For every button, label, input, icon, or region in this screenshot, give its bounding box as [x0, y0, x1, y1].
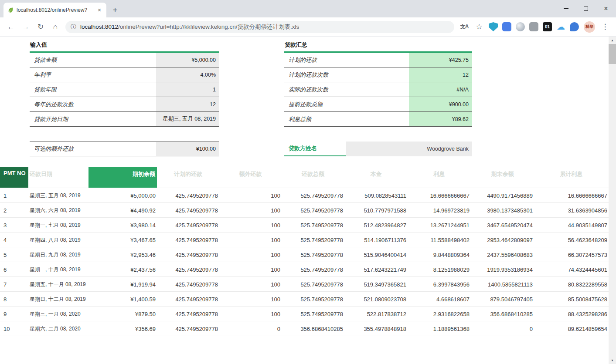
- cell-pmt-no: 8: [0, 292, 28, 306]
- browser-titlebar: localhost:8012/onlinePreview? × + ×: [0, 0, 616, 17]
- cell-extra-payment: 100: [219, 233, 282, 247]
- reload-button[interactable]: ↻: [34, 21, 47, 33]
- badge-extension-icon[interactable]: 01: [543, 22, 552, 31]
- profile-avatar[interactable]: 精华: [584, 21, 595, 33]
- back-button[interactable]: ←: [5, 21, 17, 33]
- extra-payment-row: 可选的额外还款 ¥100.00: [30, 142, 219, 156]
- tab-title: localhost:8012/onlinePreview?: [17, 7, 93, 13]
- home-button[interactable]: ⌂: [49, 21, 61, 33]
- table-row: 2 星期六, 六月 08, 2019 ¥4,490.92 425.7495209…: [0, 203, 609, 218]
- cell-ending-balance: 1400.5855821113: [471, 277, 534, 291]
- cell-beginning-balance: ¥3,980.14: [88, 218, 157, 232]
- scrollbar-thumb[interactable]: [609, 44, 616, 64]
- cell-interest: 14.969723819: [408, 203, 471, 217]
- scroll-down-icon[interactable]: ▼: [609, 357, 616, 364]
- address-bar[interactable]: ⓘ localhost:8012/onlinePreview?url=http:…: [65, 21, 454, 33]
- cell-beginning-balance: ¥2,437.56: [88, 262, 157, 276]
- page-info-icon[interactable]: ⓘ: [71, 23, 76, 31]
- cell-cumulative-interest: 85.5008475628: [534, 292, 609, 306]
- cell-principal: 509.0828543111: [344, 188, 408, 202]
- leaf-favicon-icon: [7, 7, 14, 13]
- scroll-up-icon[interactable]: ▲: [609, 37, 616, 44]
- header-beginning-balance: 期初余额: [88, 167, 157, 188]
- cloud-extension-icon[interactable]: ☁: [556, 22, 565, 31]
- cell-scheduled-payment: 425.7495209778: [157, 277, 219, 291]
- cell-interest: 8.1251988029: [408, 262, 471, 276]
- minimize-icon: [564, 8, 568, 9]
- row-label: 实际的还款次数: [284, 82, 409, 97]
- cell-ending-balance: 879.5046797405: [471, 292, 534, 306]
- spreadsheet: 输入值 贷款金额 ¥5,000.00 年利率 4.00%: [0, 37, 609, 364]
- row-value: ¥5,000.00: [156, 53, 219, 67]
- cell-payment-date: 星期三, 五月 08, 2019: [28, 188, 88, 202]
- cell-payment-date: 星期日, 十二月 08, 2019: [28, 292, 88, 306]
- lens-extension-icon[interactable]: [516, 22, 525, 31]
- url-text: localhost:8012/onlinePreview?url=http://…: [80, 23, 299, 31]
- header-scheduled-payment: 计划的还款: [157, 167, 219, 188]
- cell-payment-date: 星期日, 九月 08, 2019: [28, 247, 88, 262]
- row-label: 计划的还款次数: [284, 67, 409, 82]
- summary-panel: 贷款汇总 计划的还款 ¥425.75 计划的还款次数 12: [284, 40, 472, 156]
- translate-icon[interactable]: 文A: [458, 21, 470, 33]
- cell-cumulative-interest: 80.8322289558: [534, 277, 609, 291]
- gray-extension-icon[interactable]: [529, 22, 538, 31]
- table-row: 8 星期日, 十二月 08, 2019 ¥1,400.59 425.749520…: [0, 292, 609, 307]
- forward-button[interactable]: →: [20, 21, 32, 33]
- cell-total-payment: 525.7495209778: [282, 188, 344, 202]
- cell-total-payment: 525.7495209778: [282, 203, 344, 217]
- shield-extension-icon[interactable]: [489, 22, 498, 31]
- window-minimize-button[interactable]: [556, 0, 576, 17]
- cell-extra-payment: 100: [219, 307, 282, 321]
- row-label: 贷款金额: [30, 53, 156, 67]
- cell-principal: 512.4823964827: [344, 218, 408, 232]
- row-value: 12: [156, 97, 219, 111]
- bookmark-star-icon[interactable]: ☆: [473, 21, 485, 33]
- row-label: 年利率: [30, 67, 156, 82]
- summary-rows: 计划的还款 ¥425.75 计划的还款次数 12 实际的还款次数 #: [284, 53, 472, 127]
- window-maximize-button[interactable]: [576, 0, 596, 17]
- browser-tab[interactable]: localhost:8012/onlinePreview? ×: [3, 3, 106, 17]
- cell-cumulative-interest: 89.6214859654: [534, 321, 609, 336]
- window-controls: ×: [556, 0, 616, 17]
- tab-close-icon[interactable]: ×: [96, 7, 103, 13]
- cell-total-payment: 525.7495209778: [282, 307, 344, 321]
- cell-scheduled-payment: 425.7495209778: [157, 218, 219, 232]
- table-header-row: PMT NO 还款日期 期初余额 计划的还款 额外还款 还款总额 本金 利息 期…: [0, 167, 609, 188]
- lender-row: 贷款方姓名 Woodgrove Bank: [284, 142, 472, 156]
- blue-extension-icon[interactable]: [502, 22, 511, 31]
- cell-ending-balance: 356.6868410285: [471, 307, 534, 321]
- cell-total-payment: 525.7495209778: [282, 218, 344, 232]
- header-payment-date: 还款日期: [28, 167, 88, 188]
- maximize-icon: [584, 7, 588, 11]
- cell-total-payment: 356.6868410285: [282, 321, 344, 336]
- cell-total-payment: 525.7495209778: [282, 262, 344, 276]
- cell-total-payment: 525.7495209778: [282, 277, 344, 291]
- cell-total-payment: 525.7495209778: [282, 292, 344, 306]
- window-close-button[interactable]: ×: [596, 0, 616, 17]
- row-value: 1: [156, 82, 219, 97]
- cell-payment-date: 星期二, 十月 08, 2019: [28, 262, 88, 276]
- cell-scheduled-payment: 425.7495209778: [157, 262, 219, 276]
- row-value: 星期三, 五月 08, 2019: [156, 112, 219, 126]
- cell-principal: 522.817838712: [344, 307, 408, 321]
- lender-label: 贷款方姓名: [284, 142, 346, 156]
- summary-row: 提前还款总额 ¥900.00: [284, 97, 472, 112]
- vertical-scrollbar[interactable]: ▲ ▼: [609, 37, 616, 364]
- menu-icon[interactable]: ⋮: [599, 21, 611, 33]
- input-rows: 贷款金额 ¥5,000.00 年利率 4.00% 贷款年限 1: [30, 53, 219, 127]
- cell-pmt-no: 7: [0, 277, 28, 291]
- cell-principal: 514.1906711376: [344, 233, 408, 247]
- row-value: ¥100.00: [156, 142, 219, 156]
- cell-cumulative-interest: 31.6363904856: [534, 203, 609, 217]
- cell-payment-date: 星期三, 一月 08, 2020: [28, 307, 88, 321]
- cell-ending-balance: 3467.6549520474: [471, 218, 534, 232]
- bird-extension-icon[interactable]: [570, 22, 579, 31]
- cell-interest: 1.1889561368: [408, 321, 471, 336]
- header-pmt-no: PMT NO: [0, 167, 28, 188]
- table-row: 5 星期日, 九月 08, 2019 ¥2,953.46 425.7495209…: [0, 247, 609, 262]
- cell-interest: 9.8448809364: [408, 247, 471, 262]
- cell-payment-date: 星期四, 八月 08, 2019: [28, 233, 88, 247]
- input-row: 贷款年限 1: [30, 82, 219, 97]
- new-tab-button[interactable]: +: [109, 4, 121, 16]
- table-row: 1 星期三, 五月 08, 2019 ¥5,000.00 425.7495209…: [0, 188, 609, 203]
